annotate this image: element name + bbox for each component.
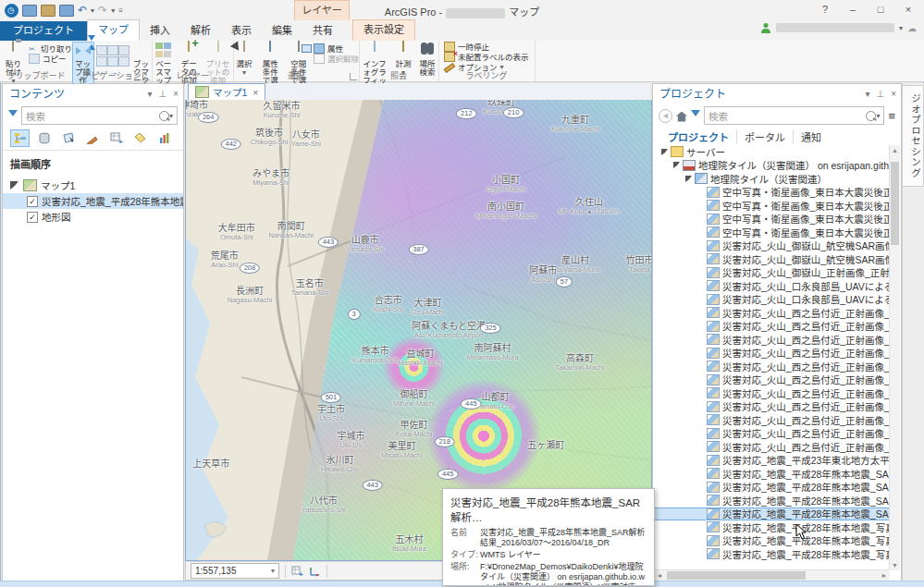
- project-tree-item[interactable]: 災害対応_火山_西之島付近_正射画像_2013/12/17: [654, 306, 890, 320]
- project-tree-item[interactable]: 空中写真・衛星画像_東日本大震災後正射画像_2012年10月～: [654, 213, 890, 226]
- tab-project-pane[interactable]: プロジェクト: [660, 129, 737, 144]
- project-tree-item[interactable]: 災害対応_火山_口永良部島_UAVによる写真_UAV撮影による正: [654, 293, 890, 307]
- new-project-icon[interactable]: [59, 3, 74, 18]
- project-tree-item[interactable]: 災害対応_火山_御嶽山_航空機SAR画像（2014/9/29）: [654, 239, 890, 253]
- tab-appearance[interactable]: 表示設定: [352, 19, 415, 41]
- tab-portal-pane[interactable]: ポータル: [737, 129, 794, 144]
- minimize-button[interactable]: –: [839, 0, 867, 19]
- copy-button[interactable]: コピー: [29, 54, 67, 63]
- project-tree-item[interactable]: 空中写真・衛星画像_東日本大震災後正射画像_2013年9月～2: [654, 226, 890, 239]
- project-search-input[interactable]: 検索 ▾: [704, 106, 884, 125]
- tab-view[interactable]: 表示: [221, 21, 262, 41]
- expand-caret-icon[interactable]: [10, 181, 18, 190]
- project-tree-item[interactable]: 災害対応_火山_御嶽山_航空機SAR画像（2014/9/30）: [654, 252, 890, 266]
- expand-caret-icon[interactable]: [685, 176, 692, 182]
- save-project-icon[interactable]: [22, 3, 37, 18]
- list-by-editing-icon[interactable]: [82, 129, 102, 147]
- layer-visibility-checkbox[interactable]: ✓: [27, 212, 38, 223]
- scale-combobox[interactable]: 1:557,135▾: [191, 563, 279, 579]
- filter-icon[interactable]: [691, 110, 700, 121]
- maximize-button[interactable]: □: [867, 0, 894, 19]
- project-tree-item[interactable]: 災害対応_火山_口永良部島_UAVによる写真_UAV撮影による正: [654, 279, 890, 293]
- open-project-icon[interactable]: [41, 3, 55, 18]
- project-tree-item[interactable]: 地理院タイル（災害関連）: [654, 172, 890, 186]
- xy-coordinates-icon[interactable]: [309, 566, 321, 577]
- list-by-labeling-icon[interactable]: [130, 129, 150, 147]
- panel-menu-icon[interactable]: ▾: [147, 84, 152, 104]
- tab-insert[interactable]: 挿入: [140, 21, 180, 41]
- project-tree-item[interactable]: 災害対応_火山_御嶽山_正射画像_正射画像（2014/9/28）: [654, 266, 890, 280]
- project-tree-item[interactable]: 災害対応_地震_平成28年熊本地震_写真_写真（2007年～）: [654, 534, 890, 548]
- list-by-drawing-order-icon[interactable]: [10, 129, 30, 147]
- pause-labeling-button[interactable]: 一時停止: [444, 42, 489, 51]
- project-tree-item[interactable]: 地理院タイル（災害関連） on esrijapan.github.io: [654, 159, 890, 173]
- map-view-tab[interactable]: マップ1 ×: [188, 83, 265, 100]
- view-unplaced-button[interactable]: 未配置ラベルの表示: [444, 52, 529, 61]
- list-by-data-source-icon[interactable]: [34, 129, 54, 147]
- help-button[interactable]: ?: [811, 0, 839, 19]
- scroll-down-icon[interactable]: ▼: [890, 560, 900, 570]
- grid-plus-icon[interactable]: +: [291, 566, 303, 577]
- close-button[interactable]: ×: [894, 0, 922, 19]
- list-by-snapping-icon[interactable]: +: [106, 129, 126, 147]
- back-icon[interactable]: ◄: [659, 109, 672, 123]
- project-tree-item[interactable]: 災害対応_火山_西之島付近_正射画像_2015/3/1（無人航空機: [654, 413, 890, 427]
- map-tree-item[interactable]: マップ1: [3, 177, 183, 193]
- scrollbar-thumb[interactable]: [667, 571, 806, 580]
- customize-qat-icon[interactable]: ≡: [118, 6, 123, 15]
- tab-geoprocessing[interactable]: ジオプロセシング: [903, 85, 924, 187]
- project-tree-item[interactable]: 災害対応_火山_西之島付近_正射画像_2015/7/28（無人航空機: [654, 427, 890, 441]
- panel-close-icon[interactable]: ×: [173, 84, 179, 104]
- scroll-left-icon[interactable]: ◄: [654, 570, 665, 581]
- tab-map[interactable]: マップ: [87, 19, 140, 41]
- project-tree-item[interactable]: 災害対応_火山_西之島付近_正射画像_2014/12/10: [654, 333, 890, 347]
- project-tree-item[interactable]: 災害対応_火山_西之島付近_正射画像_2016/3/3（無人航空機: [654, 440, 890, 454]
- project-tree-item[interactable]: 災害対応_地震_平成28年熊本地震_SAR解析結果_2016/03/07: [654, 508, 890, 521]
- layer-visibility-checkbox[interactable]: ✓: [27, 196, 38, 207]
- project-tree-item[interactable]: 災害対応_火山_西之島付近_正射画像_2014/12/4: [654, 347, 890, 361]
- project-tree-item[interactable]: 災害対応_地震_平成28年熊本地震_SAR解析結果_2015/02/10: [654, 481, 890, 495]
- clear-selection-button[interactable]: 選択解除: [314, 54, 359, 63]
- list-by-selection-icon[interactable]: [58, 129, 78, 147]
- project-tree-item[interactable]: 災害対応_地震_平成28年熊本地震_写真_簡易空中写真（2004: [654, 520, 890, 534]
- pin-icon[interactable]: ⊥: [158, 84, 166, 104]
- tab-share[interactable]: 共有: [302, 21, 343, 41]
- close-view-icon[interactable]: ×: [253, 87, 258, 98]
- horizontal-scrollbar[interactable]: ◄ ►: [654, 569, 890, 581]
- project-tree-item[interactable]: 災害対応_火山_西之島付近_正射画像_2014/3/22（無人航空機: [654, 373, 890, 387]
- panel-close-icon[interactable]: ×: [891, 84, 896, 104]
- list-by-charts-icon[interactable]: [154, 129, 174, 147]
- scroll-right-icon[interactable]: ►: [879, 570, 890, 581]
- tab-notifications-pane[interactable]: 通知: [794, 129, 829, 144]
- redo-icon[interactable]: ↷: [98, 5, 107, 16]
- layer-tree-item[interactable]: ✓ 災害対応_地震_平成28年熊本地震_SAR解析結果_: [3, 193, 183, 209]
- scrollbar-thumb[interactable]: [891, 162, 899, 245]
- expand-caret-icon[interactable]: [661, 149, 668, 155]
- pin-icon[interactable]: ⊥: [876, 84, 884, 104]
- vertical-scrollbar[interactable]: ▲ ▼: [889, 145, 900, 570]
- project-tree-item[interactable]: 災害対応_地震_平成28年熊本地震_写真_正射画像_阿蘇2地区: [654, 547, 890, 561]
- project-tree-item[interactable]: サーバー: [654, 145, 890, 159]
- fixed-zoom-icons[interactable]: [96, 43, 129, 67]
- sync-cloud-icon[interactable]: ☁: [907, 23, 917, 33]
- project-tree-item[interactable]: 災害対応_地震_平成28年熊本地震_SAR解析結果_2014/11/14: [654, 467, 890, 481]
- contents-search-input[interactable]: 検索 ▾: [21, 106, 178, 125]
- project-tree-item[interactable]: 空中写真・衛星画像_東日本大震災後正射画像_2011年5月～2: [654, 199, 890, 213]
- project-tree-item[interactable]: 災害対応_火山_西之島付近_正射画像_2014/2/16: [654, 360, 890, 373]
- search-dropdown-icon[interactable]: ▾: [876, 112, 880, 120]
- project-tree-item[interactable]: 空中写真・衛星画像_東日本大震災後正射画像_2011年3月～2: [654, 186, 890, 200]
- panel-menu-icon[interactable]: ▾: [865, 84, 869, 104]
- tab-edit[interactable]: 編集: [262, 21, 302, 41]
- home-icon[interactable]: [676, 112, 687, 122]
- expand-caret-icon[interactable]: [673, 162, 680, 168]
- redo-dropdown-icon[interactable]: ▾: [111, 6, 115, 15]
- account-dropdown-icon[interactable]: ▾: [899, 24, 903, 32]
- project-tree-item[interactable]: 災害対応_地震_平成23年東北地方太平洋沖地震_災害復興計画: [654, 454, 890, 468]
- cut-button[interactable]: ✂切り取り: [29, 43, 72, 53]
- layer-tree-item[interactable]: ✓ 地形図: [3, 209, 183, 225]
- sign-in-status[interactable]: ▾ ☁: [760, 22, 917, 33]
- panel-options-icon[interactable]: ≡: [888, 109, 895, 123]
- scroll-up-icon[interactable]: ▲: [890, 145, 900, 155]
- project-tree-item[interactable]: 災害対応_火山_西之島付近_正射画像_2015/12/9: [654, 400, 890, 414]
- filter-icon[interactable]: [8, 110, 18, 121]
